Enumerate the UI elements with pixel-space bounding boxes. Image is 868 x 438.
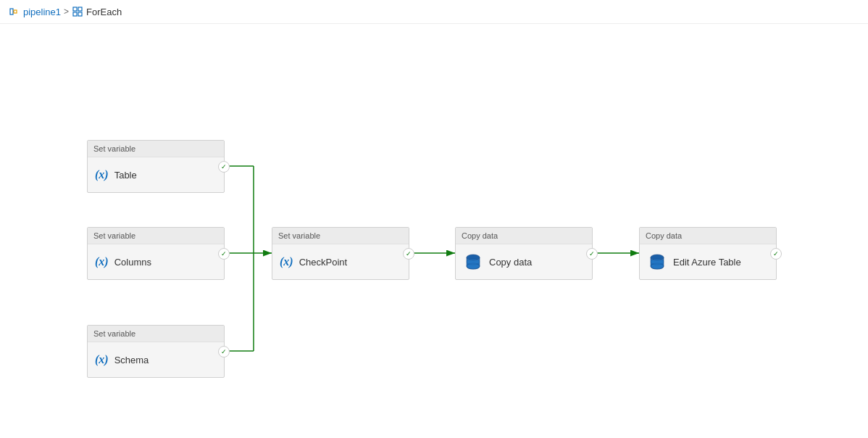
- node-copy-data-2-body: Edit Azure Table: [640, 244, 776, 279]
- svg-rect-6: [78, 12, 82, 16]
- node-set-var-columns-body: (x) Columns: [88, 244, 224, 279]
- node-copy-data-1-label: Copy data: [489, 257, 532, 268]
- pipeline-icon: [9, 6, 20, 17]
- node-set-var-schema-body: (x) Schema: [88, 342, 224, 377]
- svg-point-17: [467, 259, 480, 265]
- node-copy-data-2-label: Edit Azure Table: [673, 257, 741, 268]
- variable-icon: (x): [95, 353, 109, 366]
- node-set-var-table-label: Table: [114, 170, 137, 181]
- node-set-var-columns[interactable]: Set variable (x) Columns ✓: [87, 227, 225, 280]
- svg-rect-4: [78, 7, 82, 11]
- node-copy-data-1[interactable]: Copy data Copy data ✓: [455, 227, 593, 280]
- pipeline-canvas: Set variable (x) Table ✓ Set variable (x…: [0, 24, 868, 436]
- node-set-var-schema-label: Schema: [114, 355, 149, 365]
- node-copy-data-1-header: Copy data: [456, 228, 592, 244]
- foreach-icon: [72, 6, 83, 17]
- node-copy-data-1-body: Copy data: [456, 244, 592, 279]
- breadcrumb-separator: >: [64, 7, 69, 17]
- database-icon-1: [463, 252, 483, 272]
- success-badge-schema: ✓: [218, 346, 230, 358]
- svg-rect-1: [14, 10, 17, 13]
- svg-point-20: [651, 259, 664, 265]
- node-set-var-checkpoint-body: (x) CheckPoint: [272, 244, 409, 279]
- breadcrumb: pipeline1 > ForEach: [0, 0, 868, 24]
- variable-icon: (x): [95, 255, 109, 268]
- breadcrumb-foreach-label: ForEach: [86, 7, 122, 17]
- database-icon-2: [647, 252, 667, 272]
- svg-rect-0: [10, 9, 13, 15]
- success-badge-checkpoint: ✓: [403, 248, 414, 260]
- node-set-var-schema-header: Set variable: [88, 326, 224, 342]
- node-set-var-table-body: (x) Table: [88, 157, 224, 192]
- node-set-var-checkpoint[interactable]: Set variable (x) CheckPoint ✓: [272, 227, 409, 280]
- svg-rect-3: [73, 7, 77, 11]
- svg-rect-5: [73, 12, 77, 16]
- variable-icon: (x): [280, 255, 293, 268]
- breadcrumb-pipeline-link[interactable]: pipeline1: [23, 7, 61, 17]
- node-set-var-columns-label: Columns: [114, 257, 151, 268]
- node-copy-data-2-header: Copy data: [640, 228, 776, 244]
- node-set-var-table-header: Set variable: [88, 141, 224, 157]
- node-set-var-schema[interactable]: Set variable (x) Schema ✓: [87, 325, 225, 378]
- node-set-var-table[interactable]: Set variable (x) Table ✓: [87, 140, 225, 193]
- success-badge-copy1: ✓: [586, 248, 598, 260]
- variable-icon: (x): [95, 168, 109, 181]
- node-copy-data-2[interactable]: Copy data Edit Azure Table ✓: [639, 227, 777, 280]
- success-badge-table: ✓: [218, 161, 230, 173]
- breadcrumb-foreach: ForEach: [72, 6, 122, 17]
- node-set-var-checkpoint-label: CheckPoint: [299, 257, 347, 268]
- node-set-var-columns-header: Set variable: [88, 228, 224, 244]
- node-set-var-checkpoint-header: Set variable: [272, 228, 409, 244]
- success-badge-copy2: ✓: [770, 248, 782, 260]
- success-badge-columns: ✓: [218, 248, 230, 260]
